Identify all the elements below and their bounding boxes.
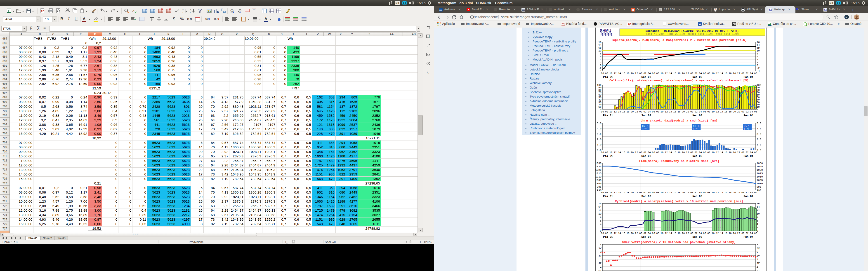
svg-text:2.0: 2.0 bbox=[756, 138, 761, 141]
svg-text:06: 06 bbox=[601, 72, 604, 75]
svg-text:990: 990 bbox=[756, 189, 761, 192]
svg-text:20: 20 bbox=[682, 151, 685, 154]
svg-text:14: 14 bbox=[720, 72, 723, 75]
svg-text:08: 08 bbox=[707, 232, 710, 235]
svg-text:06: 06 bbox=[652, 72, 655, 75]
svg-text:x: x bbox=[428, 72, 429, 74]
svg-text:14: 14 bbox=[618, 110, 621, 113]
svg-text:SV: SV bbox=[598, 247, 601, 250]
svg-text:08: 08 bbox=[707, 72, 710, 75]
svg-text:f: f bbox=[427, 71, 428, 74]
svg-text:16: 16 bbox=[724, 110, 727, 113]
svg-text:14: 14 bbox=[720, 151, 723, 154]
svg-text:18: 18 bbox=[728, 191, 732, 194]
svg-text:1.0: 1.0 bbox=[756, 143, 761, 146]
svg-text:4: 4 bbox=[756, 58, 758, 61]
svg-text:8: 8 bbox=[756, 52, 758, 55]
svg-text:Sob 02: Sob 02 bbox=[642, 236, 651, 239]
svg-text:06: 06 bbox=[754, 110, 757, 113]
svg-text:1010: 1010 bbox=[595, 175, 601, 178]
svg-text:14: 14 bbox=[618, 151, 621, 154]
svg-text:16: 16 bbox=[673, 191, 676, 194]
svg-text:16: 16 bbox=[724, 232, 727, 235]
svg-text:08: 08 bbox=[605, 72, 608, 75]
svg-text:12: 12 bbox=[614, 110, 617, 113]
svg-text:00: 00 bbox=[639, 110, 642, 113]
svg-text:12: 12 bbox=[665, 232, 668, 235]
svg-text:10: 10 bbox=[712, 110, 715, 113]
svg-text:12: 12 bbox=[614, 151, 617, 154]
svg-text:4: 4 bbox=[600, 223, 601, 226]
svg-text:0: 0 bbox=[756, 64, 758, 67]
svg-text:10: 10 bbox=[756, 49, 760, 52]
svg-text:22: 22 bbox=[737, 191, 740, 194]
svg-text:12: 12 bbox=[665, 151, 668, 154]
svg-text:08: 08 bbox=[605, 232, 608, 235]
svg-text:18: 18 bbox=[677, 151, 680, 154]
svg-text:22: 22 bbox=[635, 72, 638, 75]
svg-text:06: 06 bbox=[601, 191, 604, 194]
svg-text:z: z bbox=[182, 11, 184, 13]
svg-text:1030: 1030 bbox=[756, 162, 763, 165]
svg-text:Sob 02: Sob 02 bbox=[642, 114, 651, 117]
svg-text:02: 02 bbox=[746, 191, 749, 194]
svg-text:08: 08 bbox=[605, 110, 608, 113]
svg-text:22: 22 bbox=[635, 151, 638, 154]
svg-text:SV: SV bbox=[756, 247, 760, 250]
svg-text:≠: ≠ bbox=[288, 19, 289, 22]
svg-text:8: 8 bbox=[756, 216, 758, 219]
svg-text:4.0: 4.0 bbox=[597, 127, 601, 130]
svg-text:00: 00 bbox=[690, 191, 693, 194]
svg-text:16: 16 bbox=[622, 232, 625, 235]
svg-text:10: 10 bbox=[660, 72, 663, 75]
svg-text:-2: -2 bbox=[756, 67, 760, 70]
svg-text:18.6: 18.6 bbox=[693, 125, 700, 128]
svg-text:16: 16 bbox=[724, 72, 727, 75]
svg-text:W: W bbox=[699, 23, 701, 26]
svg-text:08: 08 bbox=[656, 191, 659, 194]
svg-text:0.7: 0.7 bbox=[744, 125, 749, 128]
svg-text:16: 16 bbox=[756, 41, 760, 43]
svg-text:20: 20 bbox=[682, 110, 685, 113]
svg-text:22: 22 bbox=[635, 110, 638, 113]
svg-text:1000: 1000 bbox=[756, 182, 763, 185]
svg-text:2: 2 bbox=[600, 61, 601, 64]
svg-text:a: a bbox=[182, 8, 184, 11]
svg-text:08: 08 bbox=[707, 191, 710, 194]
svg-text:10: 10 bbox=[610, 72, 612, 75]
svg-text:12: 12 bbox=[716, 191, 719, 194]
svg-text:22: 22 bbox=[737, 110, 740, 113]
svg-text:20: 20 bbox=[733, 151, 736, 154]
svg-text:16: 16 bbox=[598, 202, 601, 205]
svg-text:22: 22 bbox=[737, 232, 740, 235]
svg-text:Pia 01: Pia 01 bbox=[603, 155, 613, 158]
svg-text:20: 20 bbox=[682, 72, 685, 75]
svg-text:06: 06 bbox=[601, 110, 604, 113]
svg-text:1025: 1025 bbox=[595, 165, 601, 168]
svg-text:10: 10 bbox=[660, 151, 663, 154]
svg-text:08: 08 bbox=[707, 151, 710, 154]
svg-text:[24h]: [24h] bbox=[693, 128, 700, 130]
svg-text:8: 8 bbox=[600, 216, 601, 219]
svg-text:1015: 1015 bbox=[595, 172, 601, 175]
svg-text:V: V bbox=[756, 250, 758, 253]
svg-text:12: 12 bbox=[716, 151, 719, 154]
svg-text:18: 18 bbox=[728, 72, 732, 75]
svg-text:12: 12 bbox=[665, 110, 668, 113]
svg-text:[24h]: [24h] bbox=[642, 128, 649, 130]
svg-text:04: 04 bbox=[699, 72, 702, 75]
svg-text:12: 12 bbox=[716, 110, 719, 113]
svg-text:Ned 03: Ned 03 bbox=[692, 76, 702, 79]
svg-text:S: S bbox=[600, 243, 601, 246]
svg-text:≠: ≠ bbox=[280, 20, 281, 22]
svg-text:14: 14 bbox=[720, 110, 723, 113]
svg-text:Pon 04: Pon 04 bbox=[744, 155, 753, 158]
svg-text:4: 4 bbox=[600, 58, 601, 61]
svg-text:Sob 02: Sob 02 bbox=[642, 76, 651, 79]
svg-text:00: 00 bbox=[639, 232, 642, 235]
svg-text:02: 02 bbox=[694, 151, 698, 154]
svg-text:12: 12 bbox=[614, 232, 617, 235]
svg-text:20: 20 bbox=[631, 72, 633, 75]
svg-text:22: 22 bbox=[737, 72, 740, 75]
svg-text:00: 00 bbox=[639, 191, 642, 194]
